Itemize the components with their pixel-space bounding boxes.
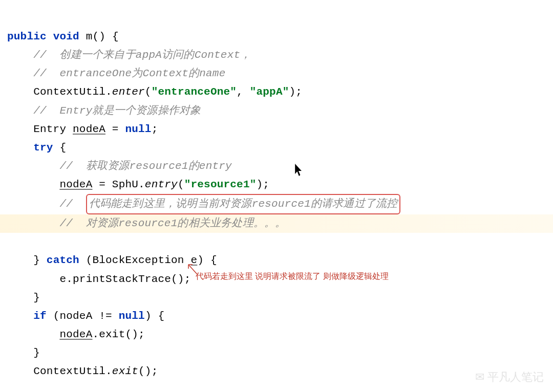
code-block: public void m() { // 创建一个来自于appA访问的Conte… (7, 9, 553, 381)
method-name: m (86, 31, 93, 42)
comment: // entranceOne为Context的name (33, 68, 225, 79)
highlight-box: 代码能走到这里，说明当前对资源resource1的请求通过了流控 (86, 194, 401, 214)
kw-public: public (7, 31, 47, 42)
highlighted-line: // 对资源resource1的相关业务处理。。。 (0, 214, 553, 233)
annotation-text: 代码若走到这里 说明请求被限流了 则做降级逻辑处理 (196, 271, 389, 282)
cursor-icon (294, 163, 304, 181)
watermark: ✉ 平凡人笔记 (475, 369, 544, 385)
comment: // 创建一个来自于appA访问的Context， (33, 49, 251, 61)
wechat-icon: ✉ (475, 371, 484, 384)
kw-void: void (53, 31, 79, 42)
comment: // Entry就是一个资源操作对象 (33, 105, 201, 117)
comment: // 获取资源resource1的entry (59, 160, 231, 172)
comment: // 对资源resource1的相关业务处理。。。 (59, 217, 286, 229)
